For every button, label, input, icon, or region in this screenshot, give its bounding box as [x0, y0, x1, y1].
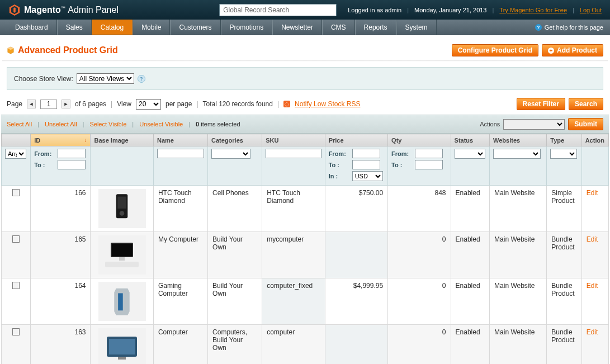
nav-cms[interactable]: CMS [322, 20, 355, 35]
plus-icon: + [548, 48, 554, 54]
global-search-input[interactable] [219, 4, 337, 16]
logo[interactable]: Magento™ Admin Panel [8, 4, 119, 16]
row-checkbox[interactable] [12, 328, 20, 335]
cube-icon [7, 46, 15, 54]
cell-price [325, 232, 387, 278]
per-page-text: per page [165, 100, 192, 108]
of-pages-text: of 6 pages [75, 100, 106, 108]
logout-link[interactable]: Log Out [580, 7, 602, 13]
table-row[interactable]: 166HTC Touch DiamondCell PhonesHTC Touch… [2, 186, 609, 232]
table-row[interactable]: 165My ComputerBuild Your Ownmycomputer0E… [2, 232, 609, 278]
store-view-select[interactable]: All Store Views [77, 73, 134, 84]
unselect-all-link[interactable]: Unselect All [45, 121, 77, 127]
per-page-select[interactable]: 20 [136, 99, 161, 110]
filter-sku[interactable] [266, 149, 321, 158]
filter-websites[interactable] [493, 149, 541, 159]
page-title: Advanced Product Grid [7, 45, 118, 55]
nav-promotions[interactable]: Promotions [221, 20, 273, 35]
col-websites[interactable]: Websites [490, 134, 547, 146]
filter-id-to[interactable] [58, 160, 86, 169]
cell-status: Enabled [451, 325, 490, 365]
search-button[interactable]: Search [569, 98, 603, 110]
product-grid: ID↓ Base Image Name Categories SKU Price… [1, 134, 609, 364]
nav-catalog[interactable]: Catalog [92, 20, 133, 35]
cell-categories: Build Your Own [208, 232, 262, 278]
nav-customers[interactable]: Customers [170, 20, 220, 35]
logo-text-b: Admin Panel [68, 5, 119, 15]
submit-button[interactable]: Submit [568, 118, 603, 130]
cell-sku: computer_fixed [262, 278, 325, 325]
cell-type: Bundle Product [547, 325, 581, 365]
reset-filter-button[interactable]: Reset Filter [517, 98, 565, 110]
nav-reports[interactable]: Reports [355, 20, 396, 35]
nav-dashboard[interactable]: Dashboard [7, 20, 57, 35]
view-label: View [117, 100, 131, 108]
nav-mobile[interactable]: Mobile [133, 20, 170, 35]
filter-checkbox-select[interactable]: Any [5, 149, 26, 159]
unselect-visible-link[interactable]: Unselect Visible [139, 121, 183, 127]
configure-grid-button[interactable]: Configure Product Grid [452, 44, 538, 56]
table-row[interactable]: 164Gaming ComputerBuild Your Owncomputer… [2, 278, 609, 325]
page-input[interactable] [40, 100, 57, 109]
select-all-link[interactable]: Select All [7, 121, 32, 127]
nav-system[interactable]: System [396, 20, 437, 35]
help-icon[interactable]: ? [138, 75, 145, 83]
filter-id-from[interactable] [58, 149, 86, 158]
filter-price-from[interactable] [352, 149, 380, 158]
cell-image [91, 325, 153, 365]
total-records-text: Total 120 records found [203, 100, 273, 108]
cell-type: Simple Product [547, 186, 581, 232]
col-name[interactable]: Name [153, 134, 207, 146]
filter-qty-from[interactable] [415, 149, 443, 158]
edit-link[interactable]: Edit [587, 328, 598, 336]
filter-categories[interactable] [211, 149, 250, 159]
col-id[interactable]: ID↓ [31, 134, 91, 146]
col-type[interactable]: Type [547, 134, 581, 146]
store-view-label: Choose Store View: [14, 75, 73, 83]
svg-rect-9 [109, 339, 135, 354]
header-date: Monday, January 21, 2013 [414, 7, 486, 13]
col-price[interactable]: Price [325, 134, 387, 146]
grid-controls: Page ◄ ► of 6 pages | View 20 per page |… [1, 96, 609, 115]
col-checkbox[interactable] [2, 134, 31, 146]
filter-type[interactable] [550, 149, 577, 159]
cell-name: Computer [153, 325, 207, 365]
edit-link[interactable]: Edit [587, 282, 598, 290]
col-qty[interactable]: Qty [388, 134, 451, 146]
cell-name: Gaming Computer [153, 278, 207, 325]
cell-website: Main Website [490, 325, 547, 365]
filter-qty-to[interactable] [415, 160, 443, 169]
product-image [98, 282, 146, 321]
select-visible-link[interactable]: Select Visible [89, 121, 126, 127]
col-status[interactable]: Status [451, 134, 490, 146]
svg-point-2 [120, 211, 125, 216]
cell-type: Bundle Product [547, 232, 581, 278]
page-title-text: Advanced Product Grid [18, 45, 118, 55]
col-sku[interactable]: SKU [262, 134, 325, 146]
col-categories[interactable]: Categories [208, 134, 262, 146]
next-page-button[interactable]: ► [62, 100, 70, 108]
add-product-button[interactable]: +Add Product [542, 44, 603, 56]
filter-name[interactable] [157, 149, 204, 158]
filter-price-to[interactable] [352, 160, 380, 169]
row-checkbox[interactable] [12, 235, 20, 243]
row-checkbox[interactable] [12, 282, 20, 289]
svg-rect-7 [118, 293, 123, 310]
sort-desc-icon: ↓ [84, 137, 87, 143]
col-base-image[interactable]: Base Image [91, 134, 153, 146]
rss-icon: ◌ [283, 101, 290, 107]
try-magento-link[interactable]: Try Magento Go for Free [499, 7, 567, 13]
filter-currency[interactable]: USD [352, 171, 383, 181]
help-link[interactable]: ? Get help for this page [535, 20, 603, 35]
nav-sales[interactable]: Sales [57, 20, 92, 35]
header-right: Logged in as admin | Monday, January 21,… [348, 7, 602, 13]
notify-rss-link[interactable]: Notify Low Stock RSS [295, 100, 360, 108]
edit-link[interactable]: Edit [587, 189, 598, 197]
prev-page-button[interactable]: ◄ [27, 100, 36, 108]
filter-status[interactable] [455, 149, 485, 159]
nav-newsletter[interactable]: Newsletter [272, 20, 322, 35]
row-checkbox[interactable] [12, 189, 20, 196]
edit-link[interactable]: Edit [587, 235, 598, 243]
actions-select[interactable] [503, 119, 565, 130]
table-row[interactable]: 163ComputerComputers, Build Your Owncomp… [2, 325, 609, 365]
